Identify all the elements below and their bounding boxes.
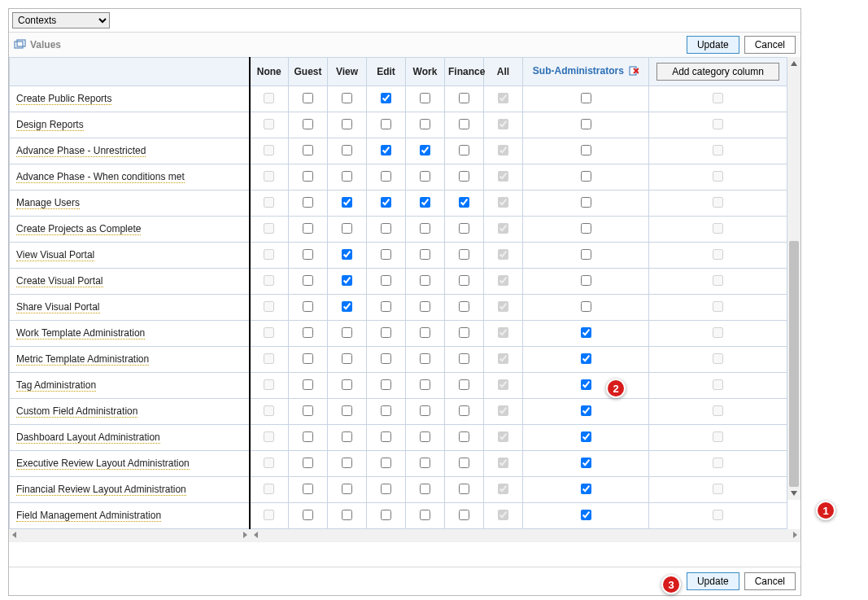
checkbox-edit[interactable]: [381, 353, 391, 364]
checkbox-edit[interactable]: [381, 405, 391, 416]
checkbox-guest[interactable]: [303, 197, 313, 208]
checkbox-guest[interactable]: [303, 171, 313, 182]
cancel-button-bottom[interactable]: Cancel: [744, 572, 796, 590]
checkbox-view[interactable]: [342, 93, 352, 103]
checkbox-view[interactable]: [342, 353, 352, 364]
checkbox-work[interactable]: [420, 484, 430, 494]
checkbox-sub[interactable]: [581, 458, 591, 468]
hscroll-left-icon[interactable]: [11, 530, 19, 541]
checkbox-guest[interactable]: [303, 275, 313, 286]
checkbox-work[interactable]: [420, 275, 430, 286]
checkbox-edit[interactable]: [381, 171, 391, 182]
checkbox-finance[interactable]: [459, 275, 469, 286]
checkbox-finance[interactable]: [459, 431, 469, 442]
checkbox-edit[interactable]: [381, 223, 391, 234]
col-all[interactable]: All: [484, 58, 523, 86]
checkbox-edit[interactable]: [381, 119, 391, 129]
col-edit[interactable]: Edit: [367, 58, 406, 86]
checkbox-edit[interactable]: [381, 379, 391, 390]
update-button-bottom[interactable]: Update: [687, 572, 739, 590]
checkbox-guest[interactable]: [303, 93, 313, 103]
checkbox-edit[interactable]: [381, 510, 391, 520]
delete-column-icon[interactable]: [629, 67, 639, 78]
checkbox-sub[interactable]: [581, 484, 591, 494]
checkbox-finance[interactable]: [459, 353, 469, 364]
checkbox-work[interactable]: [420, 405, 430, 416]
checkbox-finance[interactable]: [459, 301, 469, 312]
checkbox-view[interactable]: [342, 431, 352, 442]
checkbox-finance[interactable]: [459, 510, 469, 520]
checkbox-guest[interactable]: [303, 327, 313, 338]
scroll-down-icon[interactable]: [787, 487, 800, 500]
col-finance[interactable]: Finance: [445, 58, 484, 86]
checkbox-work[interactable]: [420, 93, 430, 103]
checkbox-sub[interactable]: [581, 171, 591, 182]
checkbox-guest[interactable]: [303, 405, 313, 416]
checkbox-work[interactable]: [420, 353, 430, 364]
update-button-top[interactable]: Update: [687, 36, 739, 54]
checkbox-edit[interactable]: [381, 458, 391, 468]
checkbox-sub[interactable]: [581, 405, 591, 416]
checkbox-finance[interactable]: [459, 197, 469, 208]
checkbox-edit[interactable]: [381, 431, 391, 442]
vertical-scrollbar[interactable]: [787, 57, 800, 500]
scroll-up-icon[interactable]: [787, 57, 800, 70]
checkbox-sub[interactable]: [581, 353, 591, 364]
checkbox-sub[interactable]: [581, 119, 591, 129]
checkbox-sub[interactable]: [581, 249, 591, 260]
col-sub-administrators[interactable]: Sub-Administrators: [523, 58, 649, 86]
checkbox-finance[interactable]: [459, 93, 469, 103]
checkbox-guest[interactable]: [303, 145, 313, 155]
checkbox-work[interactable]: [420, 431, 430, 442]
checkbox-view[interactable]: [342, 458, 352, 468]
checkbox-guest[interactable]: [303, 458, 313, 468]
hscroll-right-icon-2[interactable]: [791, 530, 799, 541]
checkbox-guest[interactable]: [303, 510, 313, 520]
hscroll-left-icon-2[interactable]: [252, 530, 260, 541]
horizontal-scrollbar[interactable]: [9, 529, 800, 542]
checkbox-view[interactable]: [342, 301, 352, 312]
checkbox-sub[interactable]: [581, 301, 591, 312]
checkbox-sub[interactable]: [581, 379, 591, 390]
checkbox-work[interactable]: [420, 171, 430, 182]
checkbox-sub[interactable]: [581, 431, 591, 442]
checkbox-work[interactable]: [420, 197, 430, 208]
checkbox-view[interactable]: [342, 197, 352, 208]
checkbox-sub[interactable]: [581, 197, 591, 208]
checkbox-finance[interactable]: [459, 327, 469, 338]
checkbox-view[interactable]: [342, 171, 352, 182]
checkbox-edit[interactable]: [381, 327, 391, 338]
checkbox-finance[interactable]: [459, 405, 469, 416]
checkbox-guest[interactable]: [303, 223, 313, 234]
col-guest[interactable]: Guest: [289, 58, 328, 86]
add-category-column-button[interactable]: Add category column: [656, 63, 779, 81]
checkbox-guest[interactable]: [303, 353, 313, 364]
checkbox-finance[interactable]: [459, 119, 469, 129]
checkbox-edit[interactable]: [381, 301, 391, 312]
checkbox-view[interactable]: [342, 379, 352, 390]
checkbox-finance[interactable]: [459, 379, 469, 390]
checkbox-sub[interactable]: [581, 223, 591, 234]
checkbox-work[interactable]: [420, 301, 430, 312]
checkbox-work[interactable]: [420, 379, 430, 390]
context-dropdown[interactable]: Contexts: [12, 12, 110, 28]
checkbox-view[interactable]: [342, 484, 352, 494]
checkbox-edit[interactable]: [381, 275, 391, 286]
checkbox-sub[interactable]: [581, 510, 591, 520]
checkbox-view[interactable]: [342, 275, 352, 286]
checkbox-edit[interactable]: [381, 197, 391, 208]
checkbox-view[interactable]: [342, 145, 352, 155]
checkbox-sub[interactable]: [581, 275, 591, 286]
checkbox-guest[interactable]: [303, 301, 313, 312]
checkbox-finance[interactable]: [459, 145, 469, 155]
checkbox-finance[interactable]: [459, 458, 469, 468]
checkbox-view[interactable]: [342, 119, 352, 129]
checkbox-sub[interactable]: [581, 145, 591, 155]
checkbox-finance[interactable]: [459, 171, 469, 182]
checkbox-view[interactable]: [342, 223, 352, 234]
checkbox-guest[interactable]: [303, 249, 313, 260]
checkbox-work[interactable]: [420, 145, 430, 155]
checkbox-edit[interactable]: [381, 93, 391, 103]
checkbox-view[interactable]: [342, 405, 352, 416]
checkbox-work[interactable]: [420, 510, 430, 520]
